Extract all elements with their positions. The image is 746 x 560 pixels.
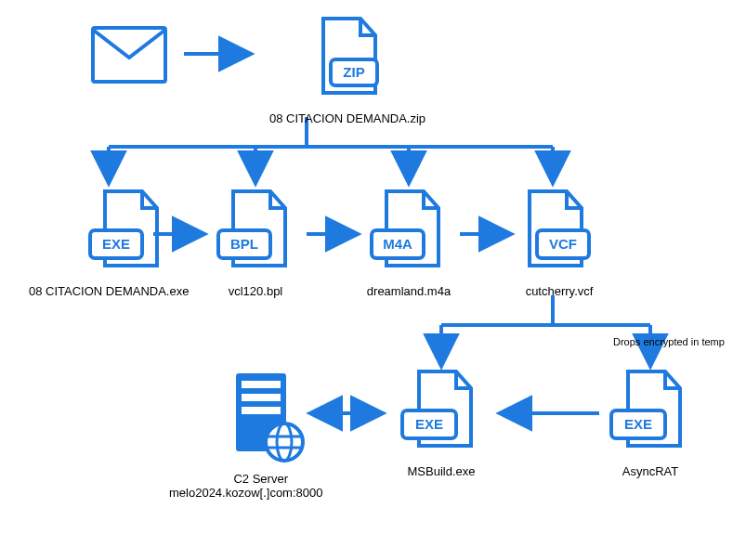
exe-node: EXE 08 CITACION DEMANDA.exe xyxy=(66,189,189,298)
m4a-badge: M4A xyxy=(383,236,412,252)
vcf-badge: VCF xyxy=(549,236,577,252)
c2-label1: C2 Server xyxy=(199,472,322,486)
svg-point-10 xyxy=(266,423,303,461)
msbuild-label: MSBuild.exe xyxy=(395,464,488,478)
file-asyncrat-icon: EXE xyxy=(604,370,697,455)
bpl-badge: BPL xyxy=(230,236,258,252)
vcf-node: VCF cutcherry.vcf xyxy=(517,189,602,298)
bpl-node: BPL vcl120.bpl xyxy=(213,189,298,298)
exe-badge: EXE xyxy=(102,236,130,252)
drops-label: Drops encrypted in temp xyxy=(613,336,725,347)
svg-rect-7 xyxy=(242,381,281,388)
asyncrat-label: AsyncRAT xyxy=(604,464,697,478)
asyncrat-badge: EXE xyxy=(624,416,652,432)
zip-node: ZIP 08 CITACION DEMANDA.zip xyxy=(269,17,425,125)
exe-label: 08 CITACION DEMANDA.exe xyxy=(29,284,189,298)
msbuild-badge: EXE xyxy=(415,416,443,432)
file-zip-icon: ZIP xyxy=(310,17,385,102)
c2-label2: melo2024.kozow[.]com:8000 xyxy=(169,486,322,500)
zip-label: 08 CITACION DEMANDA.zip xyxy=(269,111,425,125)
bpl-label: vcl120.bpl xyxy=(213,284,298,298)
file-m4a-icon: M4A xyxy=(366,189,452,275)
server-icon xyxy=(210,370,312,462)
email-icon xyxy=(91,26,167,84)
c2-node: C2 Server melo2024.kozow[.]com:8000 xyxy=(199,370,322,500)
file-msbuild-icon: EXE xyxy=(395,370,488,455)
file-exe-icon: EXE xyxy=(85,189,170,275)
zip-badge: ZIP xyxy=(343,64,364,80)
vcf-label: cutcherry.vcf xyxy=(517,284,602,298)
svg-rect-8 xyxy=(242,394,281,401)
email-node xyxy=(91,26,167,87)
m4a-node: M4A dreamland.m4a xyxy=(366,189,452,298)
file-vcf-icon: VCF xyxy=(517,189,602,275)
svg-rect-9 xyxy=(242,407,281,414)
asyncrat-node: EXE AsyncRAT xyxy=(604,370,697,478)
file-bpl-icon: BPL xyxy=(213,189,298,275)
msbuild-node: EXE MSBuild.exe xyxy=(395,370,488,478)
m4a-label: dreamland.m4a xyxy=(366,284,452,298)
